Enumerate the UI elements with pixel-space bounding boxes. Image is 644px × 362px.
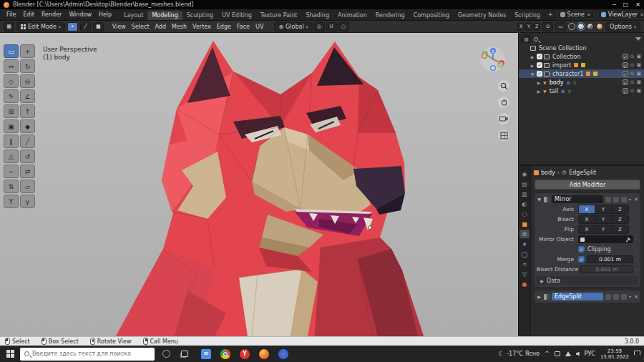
vertex-select-button[interactable]: • xyxy=(67,22,78,31)
expander-icon[interactable]: ▶ xyxy=(536,80,542,85)
collection-checkbox[interactable]: ✓ xyxy=(537,62,542,68)
tool-edge-slide[interactable]: ⇄ xyxy=(20,165,35,178)
expander-icon[interactable]: ▶ xyxy=(530,63,535,68)
menu-render[interactable]: Render xyxy=(38,11,65,19)
overlays-button[interactable]: ▭ xyxy=(555,22,566,31)
clipping-checkbox[interactable]: ✓ xyxy=(578,246,585,253)
tool-inset[interactable]: ▣ xyxy=(4,119,19,133)
extras-menu-icon[interactable]: ▾ xyxy=(629,294,631,299)
tab-compositing[interactable]: Compositing xyxy=(409,11,454,20)
tool-rotate[interactable]: ↻ xyxy=(20,59,35,73)
chrome-icon[interactable] xyxy=(220,349,230,359)
camera-icon[interactable]: ▣ xyxy=(636,54,641,59)
expander-icon[interactable]: ▼ xyxy=(530,72,535,77)
render-display-toggle[interactable] xyxy=(621,294,627,300)
filter-icon[interactable] xyxy=(635,37,641,41)
rendered-shading-icon[interactable] xyxy=(596,23,603,30)
tool-smooth[interactable]: ∼ xyxy=(4,165,19,178)
solid-shading-icon[interactable] xyxy=(577,23,585,30)
pivot-point-button[interactable]: ◎ xyxy=(314,22,325,31)
expander-icon[interactable]: ▶ xyxy=(530,54,535,59)
zoom-icon[interactable] xyxy=(498,80,509,92)
close-button[interactable]: ✕ xyxy=(635,1,640,8)
axis-z-button[interactable]: Z xyxy=(612,205,628,213)
tab-layout[interactable]: Layout xyxy=(119,11,147,20)
properties-tab-data[interactable]: ▽ xyxy=(519,270,530,278)
camera-icon[interactable]: ▣ xyxy=(636,79,641,85)
tool-add-cube[interactable]: ⊞ xyxy=(4,104,19,118)
camera-icon[interactable]: ▣ xyxy=(636,88,641,94)
add-modifier-button[interactable]: Add Modifier xyxy=(535,180,640,190)
outliner-row-tail[interactable]: ▶▼tail⚙▽✓⊙▣ xyxy=(519,87,644,95)
properties-tab-scene[interactable]: ◐ xyxy=(519,200,530,208)
collection-checkbox[interactable]: ✓ xyxy=(537,54,542,59)
volume-icon[interactable] xyxy=(576,352,580,356)
properties-tab-view-layer[interactable]: ▥ xyxy=(519,190,530,198)
add-workspace-button[interactable]: + xyxy=(545,11,557,19)
bisect-x-button[interactable]: X xyxy=(579,215,595,223)
properties-tab-modifiers[interactable]: ⚙ xyxy=(519,230,530,238)
mirror-toggle-y[interactable]: Y xyxy=(525,23,532,31)
tab-shading[interactable]: Shading xyxy=(301,11,333,20)
tool-poly-build[interactable]: △ xyxy=(4,150,19,163)
keyboard-layout[interactable]: РУС xyxy=(585,351,595,357)
render-display-toggle[interactable] xyxy=(621,197,627,202)
expander-icon[interactable]: ▶ xyxy=(536,89,542,94)
wireframe-shading-icon[interactable] xyxy=(568,23,575,30)
tool-bevel[interactable]: ◆ xyxy=(20,119,35,133)
menu-mesh[interactable]: Mesh xyxy=(169,23,190,31)
edgesplit-name-field[interactable]: EdgeSplit xyxy=(552,293,603,300)
action-center-icon[interactable] xyxy=(634,351,640,357)
merge-checkbox[interactable]: ✓ xyxy=(578,256,585,263)
realtime-display-toggle[interactable] xyxy=(613,294,619,300)
tab-scripting[interactable]: Scripting xyxy=(510,11,545,20)
close-icon[interactable]: ✕ xyxy=(633,197,638,202)
viewlayer-selector[interactable]: ViewLayer ✕ xyxy=(597,11,644,19)
yandex-icon[interactable]: Y xyxy=(240,349,250,359)
collection-checkbox[interactable]: ✓ xyxy=(537,71,542,77)
properties-tab-render[interactable]: ◉ xyxy=(519,170,530,178)
properties-tab-material[interactable]: ● xyxy=(519,280,530,288)
properties-tab-output[interactable]: ▤ xyxy=(519,180,530,188)
menu-edge[interactable]: Edge xyxy=(214,23,234,31)
select-checkbox[interactable]: ✓ xyxy=(623,54,628,59)
breadcrumb-object[interactable]: body xyxy=(541,170,555,176)
snap-magnet-button[interactable]: U xyxy=(326,22,337,31)
scene-selector[interactable]: Scene ✕ xyxy=(557,11,595,19)
properties-tab-world[interactable]: ○ xyxy=(519,210,530,218)
navigation-gizmo[interactable]: Z X Y xyxy=(479,46,507,73)
minimize-button[interactable]: ─ xyxy=(613,1,616,8)
flip-y-button[interactable]: Y xyxy=(595,225,612,233)
expand-icon[interactable]: ▶ xyxy=(537,294,542,299)
outliner-display-mode[interactable]: ▥ xyxy=(522,35,531,43)
material-shading-icon[interactable] xyxy=(587,23,594,30)
menu-add[interactable]: Add xyxy=(152,23,170,31)
select-checkbox[interactable]: ✓ xyxy=(623,79,628,85)
proportional-edit-button[interactable]: ○ xyxy=(338,22,349,31)
axis-x-button[interactable]: X xyxy=(579,205,595,213)
move-view-icon[interactable] xyxy=(498,97,509,108)
edit-mode-display-toggle[interactable] xyxy=(605,197,611,202)
mirror-toggle-x[interactable]: X xyxy=(517,23,525,31)
menu-view[interactable]: View xyxy=(109,23,129,31)
editor-type-button[interactable]: ▦ xyxy=(4,22,14,31)
outliner-row-scene-collection[interactable]: Scene Collection xyxy=(519,44,644,52)
menu-vertex[interactable]: Vertex xyxy=(190,23,214,31)
menu-edit[interactable]: Edit xyxy=(19,11,38,19)
tool-spin[interactable]: ↺ xyxy=(20,150,35,163)
extras-menu-icon[interactable]: ▾ xyxy=(629,197,631,202)
tool-knife[interactable]: ╱ xyxy=(20,134,35,148)
tab-texture-paint[interactable]: Texture Paint xyxy=(256,11,302,20)
flip-x-button[interactable]: X xyxy=(579,225,595,233)
axis-y-button[interactable]: Y xyxy=(595,205,612,213)
edit-mode-display-toggle[interactable] xyxy=(605,294,611,300)
tool-cursor[interactable]: + xyxy=(20,44,35,58)
viewport-3d[interactable]: ▭+↔↻◇◎✎∠⊞↑▣◆‖╱△↺∼⇄⇅▱Yy User Perspective … xyxy=(0,33,518,336)
camera-icon[interactable]: ▣ xyxy=(636,62,641,68)
orientation-dropdown[interactable]: ⊕ Global ▾ xyxy=(274,22,312,31)
menu-face[interactable]: Face xyxy=(234,23,253,31)
tab-animation[interactable]: Animation xyxy=(333,11,371,20)
scene-unlink-icon[interactable]: ✕ xyxy=(587,12,591,18)
properties-tab-object[interactable]: ■ xyxy=(519,220,530,228)
camera-icon[interactable]: ▣ xyxy=(636,71,641,77)
